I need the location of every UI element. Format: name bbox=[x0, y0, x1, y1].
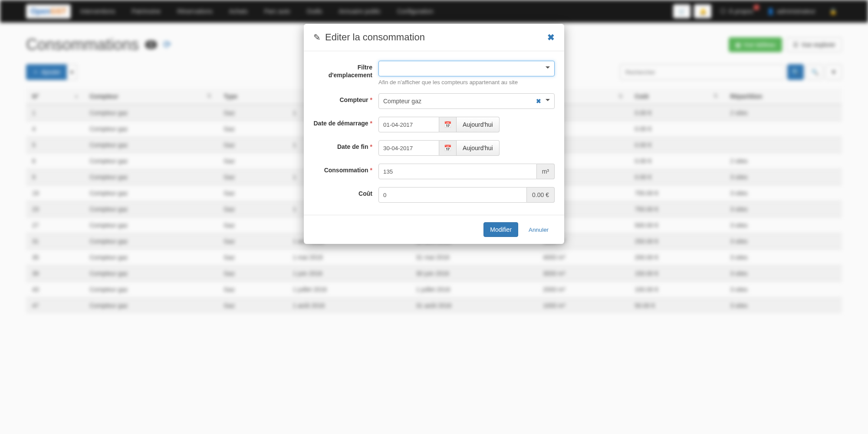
today-label: Aujourd'hui bbox=[463, 145, 493, 151]
submit-label: Modifier bbox=[490, 226, 512, 233]
submit-button[interactable]: Modifier bbox=[483, 222, 518, 237]
caret-down-icon bbox=[546, 99, 550, 103]
filter-help: Afin de n'afficher que les compteurs app… bbox=[378, 79, 555, 85]
pencil-icon bbox=[313, 32, 321, 43]
today-start-button[interactable]: Aujourd'hui bbox=[457, 117, 500, 132]
cost-input[interactable] bbox=[378, 187, 527, 203]
required-mark: * bbox=[370, 96, 372, 103]
edit-consumption-modal: Editer la consommation ✖ Filtre d'emplac… bbox=[304, 24, 564, 244]
today-end-button[interactable]: Aujourd'hui bbox=[457, 140, 500, 156]
calendar-button[interactable]: 📅 bbox=[439, 140, 457, 156]
label-date-start: Date de démarrage* bbox=[313, 117, 378, 127]
calendar-icon: 📅 bbox=[444, 145, 451, 151]
label-filter: Filtre d'emplacement bbox=[313, 61, 378, 79]
cost-suffix: 0.00 € bbox=[527, 187, 555, 203]
label-date-end: Date de fin* bbox=[313, 140, 378, 151]
required-mark: * bbox=[370, 120, 372, 127]
label-cost: Coût bbox=[313, 187, 378, 197]
label-compteur: Compteur* bbox=[313, 93, 378, 104]
date-start-input[interactable] bbox=[378, 117, 439, 132]
consumption-unit: m³ bbox=[537, 164, 555, 179]
close-button[interactable]: ✖ bbox=[547, 32, 555, 43]
consumption-input[interactable] bbox=[378, 164, 537, 179]
calendar-button[interactable]: 📅 bbox=[439, 117, 457, 132]
cancel-button[interactable]: Annuler bbox=[523, 222, 555, 237]
calendar-icon: 📅 bbox=[444, 121, 451, 128]
today-label: Aujourd'hui bbox=[463, 121, 493, 128]
label-conso: Consommation* bbox=[313, 164, 378, 174]
date-end-input[interactable] bbox=[378, 140, 439, 156]
required-mark: * bbox=[370, 143, 372, 150]
clear-icon[interactable]: ✖ bbox=[536, 98, 541, 105]
caret-down-icon bbox=[546, 66, 550, 71]
cancel-label: Annuler bbox=[529, 227, 549, 233]
modal-title: Editer la consommation bbox=[325, 32, 425, 43]
compteur-value: Compteur gaz bbox=[383, 98, 421, 105]
filter-select[interactable] bbox=[378, 61, 555, 76]
compteur-select[interactable]: Compteur gaz ✖ bbox=[378, 93, 555, 109]
required-mark: * bbox=[370, 167, 372, 174]
